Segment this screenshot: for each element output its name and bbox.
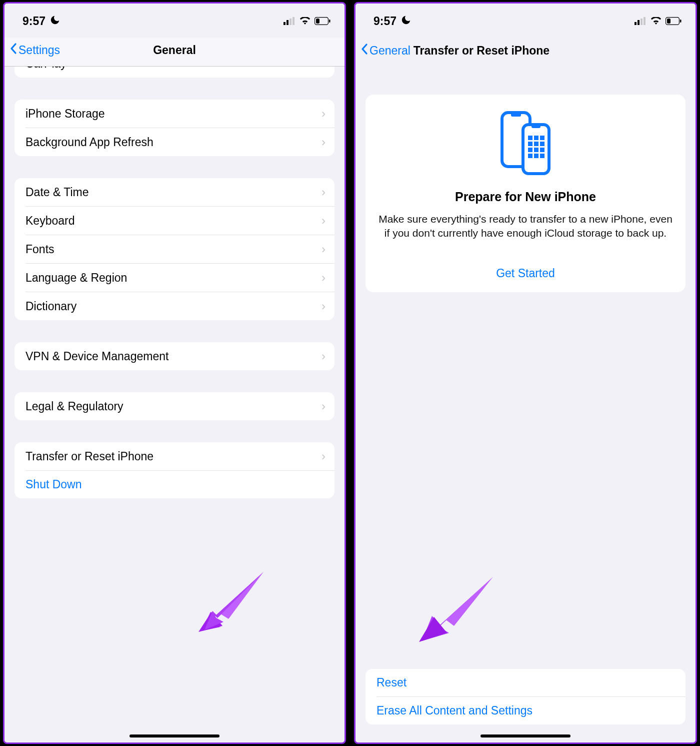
prepare-card: Prepare for New iPhone Make sure everyth…	[366, 95, 686, 292]
svg-rect-28	[528, 148, 532, 152]
nav-bar: General Transfer or Reset iPhone	[356, 38, 696, 67]
status-bar: 9:57	[356, 4, 696, 38]
back-label: Settings	[18, 44, 60, 57]
svg-rect-19	[511, 113, 521, 117]
cellular-icon	[284, 17, 296, 25]
chevron-left-icon	[360, 43, 368, 58]
back-button-settings[interactable]: Settings	[10, 44, 60, 57]
row-label: Legal & Regulatory	[26, 400, 124, 413]
wifi-icon	[650, 17, 662, 25]
row-language-region[interactable]: Language & Region ›	[14, 264, 334, 292]
row-legal-regulatory[interactable]: Legal & Regulatory ›	[14, 392, 334, 420]
settings-group: VPN & Device Management ›	[14, 342, 334, 370]
svg-rect-24	[540, 136, 544, 140]
page-title: Transfer or Reset iPhone	[414, 44, 550, 58]
row-label: Dictionary	[26, 300, 76, 313]
settings-group: iPhone Storage › Background App Refresh …	[14, 100, 334, 156]
svg-rect-6	[316, 19, 320, 24]
dnd-moon-icon	[50, 15, 60, 28]
home-indicator	[480, 734, 570, 737]
settings-group: Legal & Regulatory ›	[14, 392, 334, 420]
phone-left-general: 9:57 Settings General	[3, 2, 346, 744]
svg-rect-22	[528, 136, 532, 140]
svg-rect-14	[644, 17, 646, 25]
chevron-right-icon: ›	[322, 399, 326, 413]
svg-marker-9	[198, 612, 222, 632]
status-bar: 9:57	[4, 4, 344, 38]
nav-bar: Settings General	[4, 38, 344, 67]
row-vpn-device-management[interactable]: VPN & Device Management ›	[14, 342, 334, 370]
chevron-right-icon: ›	[322, 135, 326, 149]
svg-rect-11	[634, 22, 636, 25]
svg-rect-27	[540, 142, 544, 146]
row-label: Reset	[376, 676, 406, 689]
row-fonts[interactable]: Fonts ›	[14, 235, 334, 263]
svg-rect-25	[528, 142, 532, 146]
row-erase-all[interactable]: Erase All Content and Settings	[366, 697, 686, 724]
row-background-app-refresh[interactable]: Background App Refresh ›	[14, 128, 334, 156]
battery-icon	[314, 17, 330, 25]
svg-rect-33	[540, 154, 544, 158]
svg-rect-3	[292, 17, 294, 25]
row-shut-down[interactable]: Shut Down	[14, 471, 334, 498]
row-label: Background App Refresh	[26, 136, 154, 149]
chevron-right-icon: ›	[322, 214, 326, 228]
cellular-icon	[634, 17, 646, 25]
annotation-arrow-icon	[198, 572, 268, 632]
svg-rect-23	[534, 136, 538, 140]
row-label: Date & Time	[26, 186, 89, 199]
row-label: Fonts	[26, 243, 54, 256]
phone-right-transfer-reset: 9:57 General Transfer or Reset iPhone	[354, 2, 697, 744]
chevron-right-icon: ›	[322, 271, 326, 285]
svg-rect-0	[284, 22, 286, 25]
settings-group: CarPlay ›	[14, 67, 334, 78]
chevron-right-icon: ›	[322, 107, 326, 121]
svg-rect-16	[680, 20, 682, 23]
svg-rect-5	[329, 20, 330, 23]
row-carplay[interactable]: CarPlay ›	[14, 67, 334, 78]
svg-rect-12	[638, 20, 640, 25]
svg-marker-35	[446, 577, 493, 626]
get-started-button[interactable]: Get Started	[378, 264, 672, 281]
row-dictionary[interactable]: Dictionary ›	[14, 292, 334, 320]
svg-rect-2	[290, 19, 292, 25]
svg-rect-29	[534, 148, 538, 152]
row-label: Keyboard	[26, 214, 74, 228]
card-body: Make sure everything's ready to transfer…	[378, 212, 672, 241]
row-label: Shut Down	[26, 478, 82, 491]
svg-marker-7	[202, 572, 264, 631]
home-indicator	[130, 734, 220, 737]
svg-rect-32	[534, 154, 538, 158]
svg-marker-10	[204, 572, 264, 630]
svg-rect-21	[532, 125, 540, 128]
back-button-general[interactable]: General	[360, 44, 410, 58]
svg-marker-8	[220, 572, 264, 619]
row-transfer-or-reset[interactable]: Transfer or Reset iPhone ›	[14, 442, 334, 470]
status-time: 9:57	[22, 15, 46, 28]
row-iphone-storage[interactable]: iPhone Storage ›	[14, 100, 334, 128]
chevron-right-icon: ›	[322, 242, 326, 256]
svg-rect-1	[286, 20, 288, 25]
row-label: Language & Region	[26, 271, 127, 285]
row-label: CarPlay	[26, 67, 66, 71]
chevron-right-icon: ›	[322, 299, 326, 313]
dnd-moon-icon	[400, 15, 412, 28]
back-label: General	[370, 44, 410, 58]
reset-group: Reset Erase All Content and Settings	[366, 669, 686, 724]
row-date-time[interactable]: Date & Time ›	[14, 178, 334, 206]
row-keyboard[interactable]: Keyboard ›	[14, 207, 334, 235]
settings-content: CarPlay › iPhone Storage › Background Ap…	[4, 67, 344, 742]
row-label: iPhone Storage	[26, 107, 105, 121]
chevron-left-icon	[10, 42, 18, 57]
svg-rect-30	[540, 148, 544, 152]
chevron-right-icon: ›	[322, 449, 326, 463]
settings-group: Date & Time › Keyboard › Fonts › Languag…	[14, 178, 334, 320]
battery-icon	[666, 17, 682, 25]
row-reset[interactable]: Reset	[366, 669, 686, 696]
svg-marker-34	[422, 577, 493, 641]
row-label: Erase All Content and Settings	[376, 704, 532, 717]
card-heading: Prepare for New iPhone	[378, 190, 672, 204]
chevron-right-icon: ›	[322, 185, 326, 199]
row-label: Transfer or Reset iPhone	[26, 450, 154, 463]
annotation-arrow-icon	[419, 577, 494, 642]
